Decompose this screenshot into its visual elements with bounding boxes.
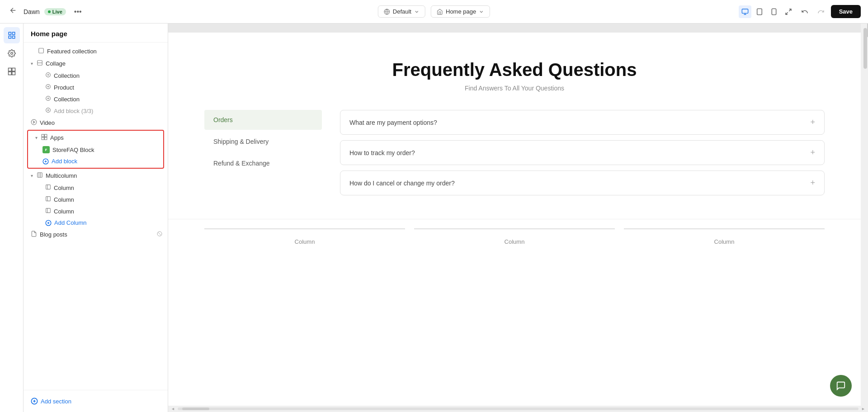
tablet-view-button[interactable] — [753, 5, 766, 18]
save-button[interactable]: Save — [831, 5, 861, 18]
apps-label: Apps — [50, 134, 158, 141]
column-3-label: Column — [54, 208, 162, 215]
view-icons — [739, 5, 795, 18]
more-button[interactable]: ••• — [71, 6, 85, 18]
bottom-scrollbar: ◄ ► — [168, 406, 868, 412]
columns-preview: Column Column Column — [168, 219, 861, 263]
faq-category-refund[interactable]: Refund & Exchange — [204, 153, 322, 173]
sidebar-item-column-3[interactable]: Column — [24, 205, 168, 217]
sidebar-panel: Home page Featured collection ▾ Collage — [24, 24, 168, 412]
svg-rect-11 — [9, 32, 11, 34]
sidebar-footer: Add section — [24, 390, 168, 412]
col-preview-3: Column — [624, 228, 825, 254]
blog-posts-icon — [31, 231, 37, 238]
sidebar-item-collage[interactable]: ▾ Collage — [24, 57, 168, 70]
multicolumn-chevron-icon: ▾ — [31, 173, 33, 178]
responsive-view-button[interactable] — [782, 5, 795, 18]
homepage-dropdown[interactable]: Home page — [431, 5, 490, 18]
collection-1-label: Collection — [54, 72, 162, 79]
faq-question-2: How to track my order? — [349, 149, 415, 156]
homepage-label: Home page — [446, 8, 476, 15]
svg-rect-39 — [42, 137, 44, 140]
sections-icon[interactable] — [4, 27, 20, 43]
faq-section: Frequently Asked Questions Find Answers … — [168, 33, 861, 219]
sidebar-item-storefaq[interactable]: F StoreFAQ Block — [28, 144, 163, 156]
column-3-icon — [45, 208, 51, 215]
sidebar-item-collection-1[interactable]: Collection — [24, 70, 168, 81]
redo-button[interactable] — [815, 5, 827, 18]
sidebar-item-featured-collection[interactable]: Featured collection — [24, 45, 168, 57]
faq-item-2[interactable]: How to track my order? + — [340, 140, 825, 165]
svg-rect-2 — [742, 9, 748, 13]
sidebar-content: Featured collection ▾ Collage Collection — [24, 43, 168, 390]
add-column-button[interactable]: Add Column — [24, 217, 168, 228]
svg-point-35 — [31, 119, 37, 125]
live-badge: Live — [44, 8, 66, 15]
sidebar-item-column-2[interactable]: Column — [24, 194, 168, 205]
sidebar-item-product[interactable]: Product — [24, 81, 168, 93]
scroll-left-arrow: ◄ — [171, 407, 175, 411]
h-scroll-thumb[interactable] — [182, 407, 209, 410]
faq-question-1: What are my payment options? — [349, 119, 437, 126]
topbar-center: Default Home page — [378, 5, 490, 18]
faq-plus-icon-2: + — [810, 148, 815, 157]
sidebar-item-collection-2[interactable]: Collection — [24, 93, 168, 105]
collection-2-label: Collection — [54, 96, 162, 103]
undo-button[interactable] — [798, 5, 811, 18]
svg-rect-20 — [39, 48, 44, 53]
apps-section: ▾ Apps F StoreFAQ Block Add block — [27, 130, 164, 169]
chat-widget[interactable] — [830, 375, 852, 397]
column-2-label: Column — [54, 196, 162, 203]
sidebar-item-multicolumn[interactable]: ▾ Multicolumn — [24, 170, 168, 182]
faq-category-shipping[interactable]: Shipping & Delivery — [204, 132, 322, 152]
svg-rect-14 — [9, 36, 11, 38]
svg-rect-38 — [45, 134, 47, 137]
default-dropdown[interactable]: Default — [378, 5, 425, 18]
faq-plus-icon-3: + — [810, 178, 815, 188]
collage-label: Collage — [46, 60, 162, 67]
sidebar-item-add-block-collage[interactable]: Add block (3/3) — [24, 105, 168, 117]
column-1-label: Column — [54, 185, 162, 191]
col-preview-2: Column — [414, 228, 615, 254]
svg-rect-47 — [46, 185, 51, 189]
svg-rect-19 — [12, 72, 15, 75]
sidebar-item-video[interactable]: Video — [24, 117, 168, 129]
add-block-apps-button[interactable]: Add block — [28, 156, 163, 167]
faq-item-1[interactable]: What are my payment options? + — [340, 110, 825, 135]
preview-canvas: Frequently Asked Questions Find Answers … — [168, 24, 861, 406]
svg-rect-13 — [12, 36, 14, 38]
storefaq-icon: F — [42, 146, 50, 153]
sidebar-item-blog-posts[interactable]: Blog posts — [24, 228, 168, 241]
scroll-thumb[interactable] — [863, 28, 867, 69]
svg-rect-12 — [12, 32, 14, 34]
default-label: Default — [393, 8, 411, 15]
section-icon — [38, 47, 44, 55]
featured-collection-label: Featured collection — [47, 48, 162, 55]
svg-rect-37 — [42, 134, 44, 137]
topbar-left: Dawn Live ••• — [7, 5, 85, 19]
svg-point-15 — [10, 52, 13, 55]
add-section-label: Add section — [41, 398, 71, 405]
faq-item-3[interactable]: How do I cancel or change my order? + — [340, 170, 825, 195]
mobile-view-button[interactable] — [768, 5, 780, 18]
faq-header: Frequently Asked Questions Find Answers … — [204, 60, 825, 92]
apps-icon[interactable] — [4, 63, 20, 80]
apps-chevron-icon: ▾ — [35, 135, 38, 140]
add-column-label: Add Column — [54, 219, 87, 226]
svg-rect-5 — [757, 9, 762, 14]
faq-category-orders[interactable]: Orders — [204, 110, 322, 130]
settings-icon[interactable] — [4, 45, 20, 62]
sidebar-item-column-1[interactable]: Column — [24, 182, 168, 194]
svg-line-57 — [158, 232, 161, 235]
add-block-apps-label: Add block — [52, 158, 77, 165]
desktop-view-button[interactable] — [739, 5, 751, 18]
apps-section-icon — [41, 134, 47, 142]
sidebar-item-apps[interactable]: ▾ Apps — [28, 132, 163, 144]
add-section-button[interactable]: Add section — [31, 395, 160, 407]
sidebar-icons — [0, 24, 24, 412]
svg-rect-7 — [772, 9, 776, 14]
collage-section-icon — [37, 60, 43, 67]
back-button[interactable] — [7, 5, 19, 19]
multicolumn-label: Multicolumn — [46, 172, 162, 179]
right-scrollbar[interactable]: ▲ — [861, 24, 868, 406]
